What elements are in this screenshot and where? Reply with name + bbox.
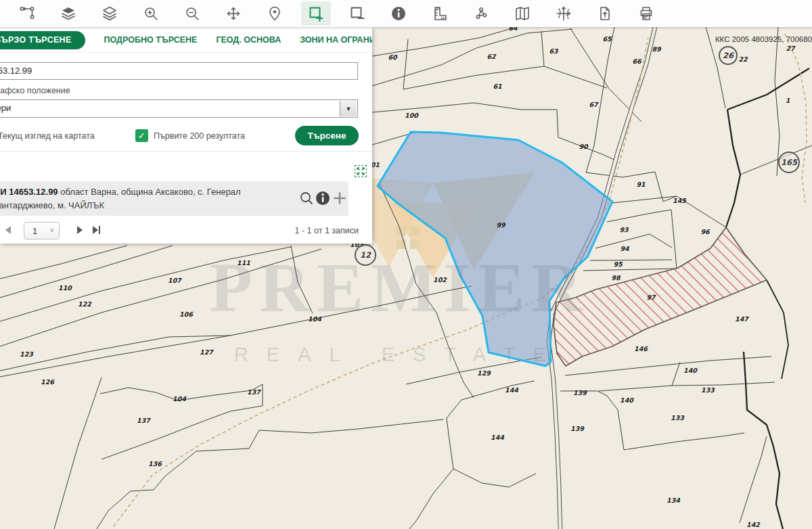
parcel-label-27: 27: [786, 45, 796, 52]
parcel-label-123: 123: [20, 350, 34, 358]
circled-label-26: 26: [719, 47, 737, 64]
divider: [0, 52, 372, 53]
measure-icon[interactable]: [425, 1, 455, 26]
parcel-label-110: 110: [58, 284, 72, 292]
previous-page-icon[interactable]: [4, 225, 12, 237]
parcel-label-106: 106: [179, 310, 194, 318]
info-filled-icon[interactable]: [384, 1, 413, 26]
location-select[interactable]: Избери ▼: [0, 99, 358, 118]
parcel-label-62: 62: [487, 53, 497, 60]
parcel-label-140: 140: [620, 396, 634, 404]
parcel-label-133: 133: [671, 414, 685, 421]
parcel-label-60: 60: [388, 53, 398, 61]
circled-label-165: 165: [779, 152, 799, 172]
export-icon[interactable]: [590, 1, 620, 26]
coordinate-grid-icon[interactable]: [549, 1, 579, 26]
add-result-icon[interactable]: [332, 190, 348, 206]
parcel-label-89: 89: [652, 45, 662, 53]
layers-filled-icon[interactable]: [53, 1, 83, 26]
first-200-results-label: Първите 200 резултата: [154, 131, 245, 141]
pagination-bar: 1 ∨ 1 - 1 от 1 записи: [0, 221, 372, 242]
parcel-label-126: 126: [41, 378, 55, 386]
polygon-nodes-icon[interactable]: [466, 1, 496, 26]
circled-label-12: 12: [355, 245, 376, 265]
crs-coordinates-readout: ККС 2005 4803925, 700680: [715, 35, 812, 43]
parcel-label-91: 91: [636, 181, 646, 188]
parcel-label-104: 104: [173, 395, 186, 402]
parcel-search-input[interactable]: 14653.12.99: [0, 62, 358, 80]
parcel-label-145: 145: [673, 197, 687, 204]
parcel-label-111: 111: [237, 259, 250, 267]
map-icon[interactable]: [508, 1, 537, 26]
layers-stack-icon[interactable]: [95, 1, 125, 26]
tab-detailed-search[interactable]: ПОДРОБНО ТЪРСЕНЕ: [104, 35, 198, 45]
location-pin-icon[interactable]: [260, 1, 290, 26]
parcel-label-102: 102: [433, 276, 447, 283]
result-info-icon[interactable]: [315, 190, 331, 206]
parcel-label-133: 133: [701, 386, 715, 394]
search-panel: БЪРЗО ТЪРСЕНЕ ПОДРОБНО ТЪРСЕНЕ ГЕОД. ОСН…: [0, 27, 372, 244]
parcel-label-104: 104: [308, 315, 321, 323]
print-icon[interactable]: [631, 1, 661, 26]
parcel-label-61: 61: [493, 83, 502, 90]
parcel-label-65: 65: [602, 35, 612, 43]
parcel-label-93: 93: [619, 226, 629, 233]
parcel-label-64: 64: [508, 27, 518, 32]
current-map-view-label: Текущ изглед на картата: [0, 131, 95, 141]
records-count-label: 1 - 1 от 1 записи: [295, 226, 359, 235]
select-remove-icon[interactable]: [342, 1, 372, 26]
zoom-out-icon[interactable]: [177, 1, 207, 26]
next-page-icon[interactable]: [76, 225, 84, 237]
svg-text:12: 12: [360, 250, 371, 260]
parcel-label-94: 94: [620, 245, 629, 252]
parcel-label-142: 142: [746, 521, 761, 528]
parcel-label-67: 67: [589, 101, 599, 108]
parcel-label-98: 98: [611, 274, 621, 281]
tab-geodetic-basis[interactable]: ГЕОД. ОСНОВА: [216, 35, 281, 45]
tab-restriction-zones[interactable]: ЗОНИ НА ОГРАНИЧЕНИЯ: [300, 35, 372, 45]
pan-icon[interactable]: [219, 1, 248, 26]
chevron-down-icon: ∨: [49, 227, 54, 233]
parcel-label-95: 95: [613, 260, 623, 268]
parcel-label-146: 146: [634, 345, 648, 352]
parcel-label-136: 136: [148, 460, 162, 467]
zoom-in-icon[interactable]: [136, 1, 166, 26]
parcel-label-137: 137: [137, 417, 151, 424]
parcel-label-90: 90: [579, 143, 589, 150]
search-options-row: Текущ изглед на картата ✓ Първите 200 ре…: [0, 127, 372, 147]
parcel-label-63: 63: [549, 47, 559, 55]
workflow-icon[interactable]: [12, 1, 42, 26]
parcel-label-140: 140: [683, 367, 698, 374]
parcel-label-107: 107: [168, 277, 182, 284]
parcel-label-129: 129: [477, 369, 491, 377]
last-page-icon[interactable]: [92, 225, 102, 237]
page-number-dropdown[interactable]: 1 ∨: [24, 222, 60, 239]
parcel-label-122: 122: [78, 300, 92, 308]
search-tabs: БЪРЗО ТЪРСЕНЕ ПОДРОБНО ТЪРСЕНЕ ГЕОД. ОСН…: [0, 30, 372, 50]
parcel-label-22: 22: [738, 55, 748, 63]
parcel-label-144: 144: [491, 434, 504, 441]
parcel-label-100: 100: [405, 112, 419, 119]
search-result-row[interactable]: ПИ 14653.12.99 област Варна, община Акса…: [0, 181, 348, 216]
app-window: 6062636465666761901001018922271911459693…: [0, 0, 812, 529]
zoom-to-result-icon[interactable]: [298, 190, 315, 206]
parcel-label-66: 66: [632, 58, 642, 65]
search-button[interactable]: Търсене: [295, 126, 359, 145]
parcel-label-96: 96: [700, 228, 710, 235]
parcel-label-97: 97: [646, 294, 656, 301]
select-add-icon[interactable]: [301, 1, 331, 26]
chevron-down-icon[interactable]: ▼: [340, 101, 357, 116]
svg-text:26: 26: [723, 51, 734, 60]
parcel-label-127: 127: [200, 348, 214, 356]
divider: [0, 151, 372, 152]
parcel-label-139: 139: [573, 389, 587, 396]
parcel-label-147: 147: [735, 315, 749, 323]
parcel-label-1: 1: [786, 97, 790, 104]
tab-quick-search[interactable]: БЪРЗО ТЪРСЕНЕ: [0, 31, 85, 49]
parcel-label-134: 134: [667, 497, 680, 504]
expand-panel-icon[interactable]: [355, 165, 367, 177]
parcel-label-137: 137: [247, 388, 261, 396]
result-description: ПИ 14653.12.99 област Варна, община Акса…: [0, 185, 300, 212]
first-200-results-checkbox[interactable]: ✓: [135, 129, 148, 142]
parcel-label-139: 139: [570, 425, 585, 432]
